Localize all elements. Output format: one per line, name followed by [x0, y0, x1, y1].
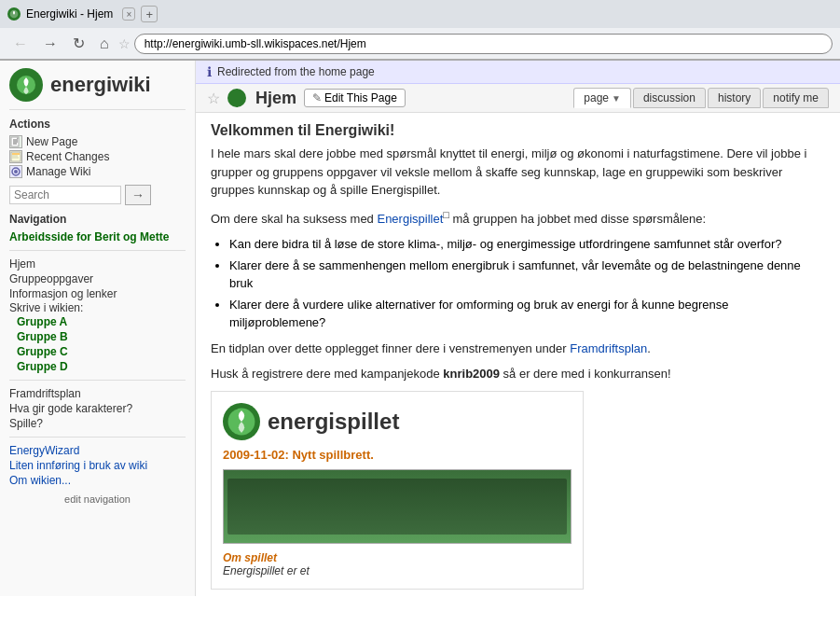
recent-changes-icon [9, 150, 22, 163]
manage-wiki-icon [9, 165, 22, 178]
nav-link-gruppe-a[interactable]: Gruppe A [17, 314, 186, 329]
nav-link-gruppeoppgaver[interactable]: Gruppeoppgaver [9, 271, 186, 286]
page-star-btn[interactable]: ☆ [207, 90, 220, 107]
image-header: energispillet [219, 399, 575, 444]
edit-nav-link[interactable]: edit navigation [9, 492, 186, 507]
new-tab-btn[interactable]: + [141, 6, 158, 22]
content-paragraph1: I hele mars skal dere jobbe med spørsmål… [211, 145, 825, 200]
nav-link-hjem[interactable]: Hjem [9, 257, 186, 271]
nav-link-gruppe-c[interactable]: Gruppe C [17, 344, 186, 359]
edit-pencil-icon: ✎ [312, 91, 322, 104]
nav-link-innforing[interactable]: Liten innføring i bruk av wiki [9, 458, 186, 473]
navigation-title: Navigation [9, 213, 186, 226]
new-page-label: New Page [26, 135, 77, 148]
page-header: ☆ Hjem ✎ Edit This Page page ▼ discussio… [196, 84, 840, 113]
page-title: Hjem [255, 89, 296, 108]
paragraph2-prefix: Om dere skal ha suksess med [211, 212, 377, 226]
sidebar-logo: energiwiki [9, 68, 186, 110]
tab-page[interactable]: page ▼ [573, 88, 631, 108]
nav-link-spille[interactable]: Spille? [9, 416, 186, 431]
image-footer: Om spillet Energispillet er et [219, 548, 575, 581]
search-box: → [9, 185, 186, 205]
manage-wiki-label: Manage Wiki [26, 165, 90, 178]
nav-link-framdriftsplan[interactable]: Framdriftsplan [9, 386, 186, 401]
red-text-paragraph: Husk å registrere dere med kampanjekode … [211, 365, 825, 383]
image-footer-text: Energispillet er et [223, 564, 310, 577]
screenshot-placeholder [227, 479, 567, 535]
redirect-icon: ℹ [207, 64, 212, 79]
content-image-block: energispillet 2009-11-02: Nytt spillbret… [211, 391, 584, 590]
back-btn[interactable]: ← [7, 34, 34, 54]
redirect-text: Redirected from the home page [217, 65, 375, 78]
content-body: Velkommen til Energiwiki! I hele mars sk… [196, 113, 840, 596]
tab-close-btn[interactable]: × [122, 7, 135, 21]
nav-link-informasjon[interactable]: Informasjon og lenker [9, 286, 186, 301]
svg-point-12 [14, 170, 18, 174]
home-btn[interactable]: ⌂ [94, 34, 115, 54]
image-footer-title: Om spillet [223, 551, 277, 564]
tab-discussion-label: discussion [643, 91, 695, 104]
sidebar-divider-3 [9, 437, 186, 438]
manage-wiki-action[interactable]: Manage Wiki [9, 164, 186, 179]
bookmark-star-btn[interactable]: ☆ [118, 36, 131, 51]
framdriftsplan-link[interactable]: Framdriftsplan [570, 341, 647, 355]
address-bar[interactable] [134, 34, 833, 54]
list-item-1: Kan dere bidra til å løse de store klima… [229, 235, 825, 254]
energispillet-link[interactable]: Energispillet [377, 212, 443, 226]
forward-btn[interactable]: → [37, 34, 63, 54]
campaign-code: knrib2009 [443, 367, 500, 381]
content-paragraph2: Om dere skal ha suksess med Energispille… [211, 207, 825, 229]
search-input[interactable] [9, 186, 121, 204]
logo-text: energiwiki [50, 73, 151, 97]
search-btn[interactable]: → [125, 185, 151, 205]
nav-bar: ← → ↻ ⌂ ☆ [0, 28, 840, 60]
sidebar: energiwiki Actions New Page Recent Chang… [0, 61, 196, 596]
title-bar: Energiwiki - Hjem × + [0, 0, 840, 28]
nav-link-om-wikien[interactable]: Om wikien... [9, 473, 186, 488]
sidebar-divider-1 [9, 250, 186, 251]
nav-link-gruppe-d[interactable]: Gruppe D [17, 359, 186, 374]
nav-link-energywizard[interactable]: EnergyWizard [9, 443, 186, 458]
list-item-2: Klarer dere å se sammenhengen mellom ene… [229, 257, 825, 293]
list-item-3: Klarer dere å vurdere ulike alternativer… [229, 296, 825, 332]
redirect-bar: ℹ Redirected from the home page [196, 61, 840, 84]
new-page-action[interactable]: New Page [9, 134, 186, 149]
red-text-suffix: så er dere med i konkurransen! [500, 367, 671, 381]
tab-discussion[interactable]: discussion [633, 88, 706, 108]
nav-link-gruppe-b[interactable]: Gruppe B [17, 329, 186, 344]
favicon [7, 7, 21, 21]
sidebar-divider-2 [9, 380, 186, 381]
page-wrapper: energiwiki Actions New Page Recent Chang… [0, 61, 840, 596]
edit-nav-wrapper: edit navigation [9, 492, 186, 507]
content-list: Kan dere bidra til å løse de store klima… [229, 235, 825, 332]
main-content: ℹ Redirected from the home page ☆ Hjem ✎… [196, 61, 840, 596]
tab-history-label: history [718, 91, 750, 104]
image-inner: energispillet 2009-11-02: Nytt spillbret… [212, 392, 583, 589]
paragraph2-suffix: må gruppen ha jobbet med disse spørsmåle… [449, 212, 706, 226]
new-page-icon [9, 135, 22, 148]
tabs-bar: page ▼ discussion history notify me [573, 88, 829, 108]
paragraph3-suffix: . [647, 341, 651, 355]
edit-page-btn[interactable]: ✎ Edit This Page [304, 89, 406, 107]
gruppe-links: Gruppe A Gruppe B Gruppe C Gruppe D [9, 314, 186, 374]
recent-changes-action[interactable]: Recent Changes [9, 149, 186, 164]
recent-changes-label: Recent Changes [26, 150, 109, 163]
red-text-prefix: Husk å registrere dere med kampanjekode [211, 367, 443, 381]
energispillet-logo-icon [223, 403, 260, 440]
logo-icon [9, 68, 43, 102]
browser-chrome: Energiwiki - Hjem × + ← → ↻ ⌂ ☆ [0, 0, 840, 61]
tab-notify-me-label: notify me [773, 91, 819, 104]
actions-title: Actions [9, 118, 186, 131]
content-heading: Velkommen til Energiwiki! [211, 122, 825, 139]
tab-history[interactable]: history [708, 88, 761, 108]
image-subtitle: 2009-11-02: Nytt spillbrett. [219, 444, 575, 465]
energispillet-title: energispillet [268, 409, 399, 435]
nav-link-karakterer[interactable]: Hva gir gode karakterer? [9, 401, 186, 416]
edit-btn-label: Edit This Page [324, 91, 397, 104]
nav-link-arbeidsside[interactable]: Arbeidsside for Berit og Mette [9, 229, 186, 244]
tab-title: Energiwiki - Hjem [26, 7, 113, 21]
refresh-btn[interactable]: ↻ [67, 33, 90, 54]
page-title-icon [227, 89, 246, 107]
tab-notify-me[interactable]: notify me [763, 88, 829, 108]
tab-page-label: page [584, 91, 609, 104]
